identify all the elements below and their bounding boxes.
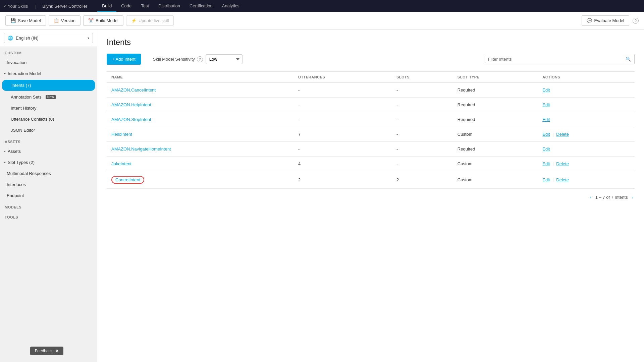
table-row: AMAZON.StopIntent--RequiredEdit	[107, 112, 635, 127]
intents-table: NAME UTTERANCES SLOTS SLOT TYPE ACTIONS …	[107, 71, 635, 189]
intent-edit-button[interactable]: Edit	[542, 132, 550, 137]
update-icon: ⚡	[131, 18, 137, 23]
intent-name-link[interactable]: JokeIntent	[111, 161, 131, 166]
intent-edit-button[interactable]: Edit	[542, 177, 550, 182]
filter-input-wrap: 🔍	[484, 54, 635, 64]
help-icon[interactable]: ?	[633, 18, 639, 24]
intent-name-link[interactable]: AMAZON.HelpIntent	[111, 102, 151, 107]
action-separator: |	[551, 132, 555, 137]
sidebar-item-multimodal[interactable]: Multimodal Responses	[0, 168, 97, 179]
sidebar-item-intents[interactable]: Intents (7)	[2, 80, 95, 91]
version-button[interactable]: 📋 Version	[49, 15, 80, 26]
sidebar-item-annotation-sets[interactable]: Annotation Sets New	[0, 92, 97, 103]
nav-separator: |	[35, 4, 36, 9]
intent-utterances: 4	[293, 157, 392, 171]
intent-name-link[interactable]: ControlIntent	[111, 176, 144, 184]
next-page-button[interactable]: ›	[631, 194, 635, 200]
update-live-label: Update live skill	[139, 18, 169, 23]
intent-edit-button[interactable]: Edit	[542, 117, 550, 122]
save-model-button[interactable]: 💾 Save Model	[5, 15, 46, 26]
col-utterances: UTTERANCES	[293, 72, 392, 83]
intent-edit-button[interactable]: Edit	[542, 87, 550, 93]
intent-name-link[interactable]: AMAZON.NavigateHomeIntent	[111, 146, 171, 152]
nav-tab-build[interactable]: Build	[97, 0, 116, 12]
feedback-close-icon[interactable]: ✕	[55, 349, 59, 353]
pagination: ‹ 1 – 7 of 7 Intents ›	[107, 189, 635, 202]
intent-slots: -	[392, 98, 453, 112]
intent-edit-button[interactable]: Edit	[542, 102, 550, 107]
intent-name-link[interactable]: AMAZON.StopIntent	[111, 117, 151, 122]
update-live-skill-button: ⚡ Update live skill	[126, 15, 174, 26]
slot-types-label: Slot Types (2)	[8, 160, 35, 165]
custom-section-label: CUSTOM	[0, 47, 97, 57]
back-link[interactable]: < Your Skills	[4, 4, 28, 9]
nav-tab-test[interactable]: Test	[136, 0, 154, 12]
sidebar-item-endpoint[interactable]: Endpoint	[0, 190, 97, 201]
intent-name-cell: AMAZON.StopIntent	[107, 112, 293, 127]
intent-delete-button[interactable]: Delete	[556, 132, 569, 137]
sensitivity-help-icon[interactable]: ?	[197, 56, 203, 62]
interfaces-label: Interfaces	[7, 182, 26, 187]
sidebar-item-assets[interactable]: ▾ Assets	[0, 146, 97, 157]
intent-delete-button[interactable]: Delete	[556, 177, 569, 182]
version-label: Version	[61, 18, 75, 23]
prev-page-button[interactable]: ‹	[588, 194, 592, 200]
intent-utterances: 7	[293, 127, 392, 142]
nav-tab-analytics[interactable]: Analytics	[217, 0, 244, 12]
intent-name-link[interactable]: AMAZON.CancelIntent	[111, 87, 156, 93]
nav-tab-certification[interactable]: Certification	[185, 0, 217, 12]
utterance-conflicts-label: Utterance Conflicts (0)	[11, 117, 54, 122]
endpoint-label: Endpoint	[7, 193, 24, 198]
evaluate-model-button[interactable]: 💬 Evaluate Model	[582, 15, 629, 26]
intent-slot-type: Custom	[453, 157, 538, 171]
intent-name-cell: AMAZON.HelpIntent	[107, 98, 293, 112]
models-section-label: MODELS	[0, 201, 97, 211]
sidebar-item-invocation[interactable]: Invocation	[0, 57, 97, 68]
table-header-row: NAME UTTERANCES SLOTS SLOT TYPE ACTIONS	[107, 72, 635, 83]
sensitivity-group: Skill Model Sensitivity ? Low Medium Hig…	[153, 54, 243, 64]
sensitivity-select[interactable]: Low Medium High	[206, 54, 243, 64]
interaction-model-label: Interaction Model	[8, 71, 41, 76]
intents-toolbar: + Add Intent Skill Model Sensitivity ? L…	[107, 54, 635, 65]
nav-tab-code[interactable]: Code	[116, 0, 136, 12]
intent-delete-button[interactable]: Delete	[556, 161, 569, 166]
layout: 🌐 English (IN) ▾ CUSTOM Invocation ▾ Int…	[0, 29, 644, 362]
build-model-button[interactable]: ✂️ Build Model	[83, 15, 123, 26]
intent-history-label: Intent History	[11, 106, 37, 111]
intent-utterances: -	[293, 142, 392, 157]
intent-utterances: -	[293, 112, 392, 127]
filter-input[interactable]	[484, 54, 622, 64]
sidebar-item-utterance-conflicts[interactable]: Utterance Conflicts (0)	[0, 114, 97, 125]
pagination-text: 1 – 7 of 7 Intents	[595, 195, 628, 200]
table-row: ControlIntent22CustomEdit | Delete	[107, 171, 635, 189]
intent-slots: -	[392, 127, 453, 142]
intent-slots: -	[392, 157, 453, 171]
language-dropdown[interactable]: 🌐 English (IN) ▾	[4, 33, 93, 43]
intent-slot-type: Custom	[453, 171, 538, 189]
intent-slots: -	[392, 142, 453, 157]
feedback-button[interactable]: Feedback ✕	[30, 347, 63, 355]
sidebar-item-slot-types[interactable]: ▾ Slot Types (2)	[0, 157, 97, 168]
sidebar-item-interfaces[interactable]: Interfaces	[0, 179, 97, 190]
intent-edit-button[interactable]: Edit	[542, 161, 550, 166]
slot-types-chevron-icon: ▾	[4, 161, 6, 164]
intent-name-link[interactable]: HelloIntent	[111, 132, 132, 137]
sidebar-item-json-editor[interactable]: JSON Editor	[0, 125, 97, 136]
language-label: English (IN)	[16, 36, 85, 41]
intent-name-cell: ControlIntent	[107, 171, 293, 189]
build-model-label: Build Model	[96, 18, 118, 23]
new-badge: New	[46, 95, 56, 99]
nav-tab-distribution[interactable]: Distribution	[154, 0, 185, 12]
save-model-label: Save Model	[18, 18, 41, 23]
intent-name-cell: AMAZON.CancelIntent	[107, 83, 293, 98]
sidebar-item-intent-history[interactable]: Intent History	[0, 103, 97, 114]
col-slot-type: SLOT TYPE	[453, 72, 538, 83]
intent-name-cell: AMAZON.NavigateHomeIntent	[107, 142, 293, 157]
sidebar-item-interaction-model[interactable]: ▾ Interaction Model	[0, 68, 97, 79]
intent-actions: Edit	[538, 142, 635, 157]
action-separator: |	[551, 161, 555, 166]
add-intent-button[interactable]: + Add Intent	[107, 54, 141, 65]
tools-section-label: TOOLS	[0, 211, 97, 221]
intent-edit-button[interactable]: Edit	[542, 146, 550, 152]
assets-label: Assets	[8, 149, 21, 154]
